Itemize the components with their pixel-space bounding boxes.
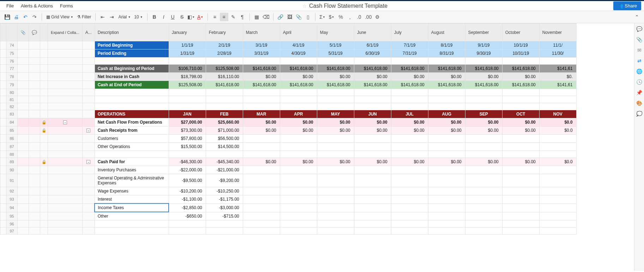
cell-value[interactable]	[206, 220, 243, 227]
clear-format-icon[interactable]: ⌫	[262, 13, 270, 21]
cell-value[interactable]	[428, 151, 465, 158]
row-number[interactable]: 79	[6, 81, 18, 89]
cell-value[interactable]: $0.00	[354, 126, 391, 135]
cell-value[interactable]: $0.00	[243, 158, 280, 166]
row-90[interactable]: 90Inventory Purchases-$22,000.00-$21,000…	[0, 166, 577, 174]
cell-value[interactable]: $141,618.00	[391, 65, 428, 73]
update-requests-icon[interactable]: ⇄	[637, 58, 642, 64]
menu-forms[interactable]: Forms	[56, 2, 77, 10]
cell-value[interactable]: -$10,250.00	[206, 187, 243, 195]
cell-value[interactable]	[243, 89, 280, 96]
cell-value[interactable]	[502, 151, 539, 158]
strike-icon[interactable]: S	[178, 13, 186, 21]
cell-value[interactable]: 4/1/19	[280, 41, 317, 49]
cell-description[interactable]: Period Ending	[95, 49, 169, 58]
underline-icon[interactable]: U	[169, 13, 177, 21]
cell-value[interactable]	[206, 151, 243, 158]
cell-description[interactable]: General Operating & Administrative Expen…	[95, 174, 169, 187]
cell-value[interactable]: -$650.00	[169, 212, 206, 220]
cell-value[interactable]	[243, 166, 280, 174]
cell-value[interactable]	[317, 166, 354, 174]
cell-description[interactable]: Cash at Beginning of Period	[95, 65, 169, 73]
pin-icon[interactable]: 📌	[636, 90, 642, 95]
cell-value[interactable]	[354, 220, 391, 227]
chat-icon[interactable]: 💭	[636, 111, 642, 117]
cell-value[interactable]: APR	[280, 110, 317, 118]
row-79[interactable]: 79Cash at End of Period$125,508.00$141,6…	[0, 81, 577, 89]
cell-value[interactable]: $141,618.00	[354, 81, 391, 89]
cell-value[interactable]	[354, 203, 391, 212]
cell-description[interactable]	[95, 58, 169, 65]
cell-value[interactable]	[539, 227, 576, 235]
cell-value[interactable]: $0.00	[428, 126, 465, 135]
cell-value[interactable]	[280, 89, 317, 96]
bold-icon[interactable]: B	[150, 13, 159, 21]
cell-value[interactable]: 3/1/19	[243, 41, 280, 49]
cell-value[interactable]: $57,800.00	[169, 135, 206, 143]
cell-value[interactable]: OCT	[502, 110, 539, 118]
cell-value[interactable]	[539, 203, 576, 212]
cell-value[interactable]	[465, 89, 502, 96]
row-number[interactable]: 89	[6, 158, 18, 166]
cell-value[interactable]	[317, 58, 354, 65]
cell-description[interactable]: Cash at End of Period	[95, 81, 169, 89]
cell-value[interactable]: 9/1/19	[465, 41, 502, 49]
italic-icon[interactable]: I	[160, 13, 168, 21]
cell-description[interactable]	[95, 227, 169, 235]
row-number[interactable]: 82	[6, 103, 18, 110]
col-month-8[interactable]: September	[465, 24, 502, 41]
barcode-icon[interactable]: ▯	[304, 13, 312, 21]
cell-value[interactable]	[465, 212, 502, 220]
cell-value[interactable]	[502, 203, 539, 212]
cell-value[interactable]: $0.	[539, 73, 576, 81]
cell-value[interactable]	[354, 174, 391, 187]
cell-value[interactable]: -$9,200.00	[206, 174, 243, 187]
col-month-0[interactable]: January	[169, 24, 206, 41]
cell-value[interactable]	[502, 187, 539, 195]
cell-value[interactable]	[428, 212, 465, 220]
cell-value[interactable]	[280, 220, 317, 227]
cell-value[interactable]: $0.00	[354, 73, 391, 81]
cell-description[interactable]	[95, 89, 169, 96]
cell-description[interactable]: Other Operations	[95, 143, 169, 151]
cell-value[interactable]: $0.00	[243, 73, 280, 81]
row-77[interactable]: 77Cash at Beginning of Period$106,710.00…	[0, 65, 577, 73]
row-number[interactable]: 86	[6, 135, 18, 143]
cell-value[interactable]	[317, 143, 354, 151]
cell-value[interactable]: 9/30/19	[465, 49, 502, 58]
cell-value[interactable]	[539, 187, 576, 195]
cell-value[interactable]: -$3,000.00	[206, 203, 243, 212]
cell-value[interactable]	[354, 195, 391, 204]
cell-value[interactable]: JUL	[391, 110, 428, 118]
cell-value[interactable]	[317, 212, 354, 220]
cell-value[interactable]: AUG	[428, 110, 465, 118]
row-number[interactable]: 97	[6, 227, 18, 235]
cell-value[interactable]: $141,618.00	[280, 81, 317, 89]
row-number[interactable]: 78	[6, 73, 18, 81]
cell-value[interactable]	[465, 203, 502, 212]
cell-value[interactable]: 10/31/19	[502, 49, 539, 58]
proof-panel-icon[interactable]: ✉	[637, 47, 642, 53]
cell-value[interactable]: 11/1/	[539, 41, 576, 49]
percent-icon[interactable]: %	[337, 13, 345, 21]
cell-value[interactable]: SEP	[465, 110, 502, 118]
cell-value[interactable]	[391, 187, 428, 195]
row-number[interactable]: 77	[6, 65, 18, 73]
cell-value[interactable]	[502, 227, 539, 235]
cell-value[interactable]: $141,618.00	[502, 81, 539, 89]
cell-value[interactable]	[354, 212, 391, 220]
cell-value[interactable]	[502, 58, 539, 65]
cell-value[interactable]	[391, 166, 428, 174]
row-number[interactable]: 91	[6, 174, 18, 187]
row-82[interactable]: 82	[0, 103, 577, 110]
cell-value[interactable]	[169, 58, 206, 65]
cell-value[interactable]: $0.00	[354, 158, 391, 166]
row-number[interactable]: 84	[6, 118, 18, 126]
cell-value[interactable]	[280, 166, 317, 174]
align-center-icon[interactable]: ≡	[220, 13, 228, 21]
star-icon[interactable]: ☆	[302, 3, 307, 9]
cell-value[interactable]: -$9,500.00	[169, 174, 206, 187]
cell-value[interactable]: 2/28/19	[206, 49, 243, 58]
cell-value[interactable]	[465, 96, 502, 103]
cell-value[interactable]	[243, 143, 280, 151]
